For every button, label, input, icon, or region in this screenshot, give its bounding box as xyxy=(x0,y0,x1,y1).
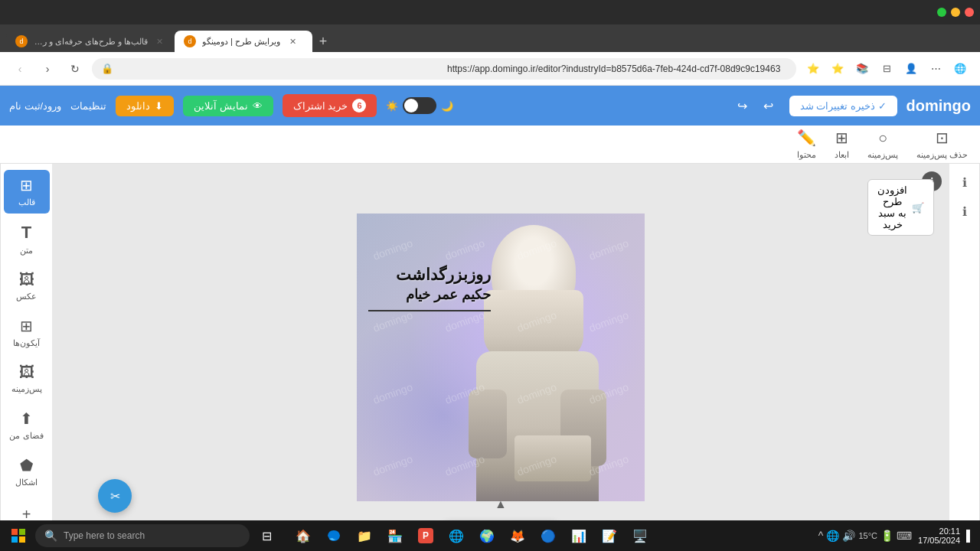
tool-dimensions[interactable]: ⊞ ابعاد xyxy=(835,129,849,160)
new-tab-button[interactable]: + xyxy=(312,31,334,52)
download-button[interactable]: ⬇ دانلود xyxy=(116,96,174,116)
delete-bg-icon: ⊡ xyxy=(936,129,949,147)
tray-network[interactable]: 🌐 xyxy=(826,530,839,542)
extensions-icon[interactable]: ⭐ xyxy=(802,58,824,80)
scroll-up-arrow[interactable]: ▲ xyxy=(495,497,507,511)
show-desktop-button[interactable]: ▌ xyxy=(966,530,974,542)
taskbar-search-bar[interactable]: 🔍 Type here to search xyxy=(35,524,250,547)
tab-close-templates[interactable]: ✕ xyxy=(154,35,165,47)
tab-icon-editor: d xyxy=(184,35,196,47)
tray-keyboard[interactable]: ⌨ xyxy=(897,530,912,542)
add-to-cart-button[interactable]: 🛒 افزودن طرح به سبد خرید xyxy=(867,179,934,236)
tab-label-templates: قالب‌ها و طرح‌های حرفه‌ای و رایگان xyxy=(34,37,148,47)
tab-icon-templates: d xyxy=(15,35,28,47)
logo-area: domingo xyxy=(906,97,971,115)
purchase-label: خرید اشتراک xyxy=(293,100,348,112)
undo-button[interactable]: ↩ xyxy=(757,94,780,117)
redo-button[interactable]: ↪ xyxy=(731,94,754,117)
design-canvas[interactable]: روزبزرگداشت حکیم عمر خیام domingo doming… xyxy=(357,214,645,501)
tray-chevron[interactable]: ^ xyxy=(818,530,824,542)
task-view-button[interactable]: ⊟ xyxy=(254,523,279,548)
statue-book xyxy=(514,435,591,481)
temperature-display: 15°C xyxy=(858,531,877,540)
content-icon: ✏️ xyxy=(797,129,816,147)
close-window-btn[interactable] xyxy=(965,8,974,17)
taskbar-clock[interactable]: 20:11 17/05/2024 xyxy=(918,527,960,545)
profile-icon[interactable]: 👤 xyxy=(900,58,922,80)
floating-action-icon: ✂ xyxy=(110,489,120,504)
editor-toolbar: ⊡ حذف پس‌زمینه ○ پس‌زمینه ⊞ ابعاد ✏️ محت… xyxy=(0,126,980,164)
shapes-icon: ⬟ xyxy=(20,456,33,474)
tool-delete-bg-label: حذف پس‌زمینه xyxy=(916,150,968,160)
design-text-overlay: روزبزرگداشت حکیم عمر خیام xyxy=(368,263,491,311)
tab-close-editor[interactable]: ✕ xyxy=(286,35,299,47)
left-sidebar: ℹ ℹ xyxy=(949,164,980,551)
taskbar-app-explorer[interactable]: 📁 xyxy=(351,522,378,549)
design-canvas-container[interactable]: روزبزرگداشت حکیم عمر خیام domingo doming… xyxy=(357,214,645,501)
address-bar[interactable]: 🔒 https://app.domingo.ir/editor?industry… xyxy=(92,58,796,80)
toggle-track[interactable] xyxy=(403,97,436,114)
toggle-knob xyxy=(404,99,418,112)
tray-battery[interactable]: 🔋 xyxy=(880,530,893,542)
sidebar-item-shapes[interactable]: ⬟ اشکال xyxy=(4,450,50,494)
taskbar-app-chrome[interactable]: 🌐 xyxy=(443,522,470,549)
more-options-icon[interactable]: ⋯ xyxy=(925,58,946,80)
left-sidebar-info-btn[interactable]: ℹ xyxy=(952,170,977,194)
main-area: ℹ ℹ ℹ 🛒 افزودن طرح به سبد خرید xyxy=(0,164,980,551)
taskbar-app-excel[interactable]: 📊 xyxy=(565,522,593,549)
start-button[interactable] xyxy=(6,523,31,548)
sidebar-item-icons[interactable]: ⊞ آیکون‌ها xyxy=(4,311,50,354)
floating-action-button[interactable]: ✂ xyxy=(98,479,132,513)
theme-toggle[interactable]: 🌙 ☀️ xyxy=(386,97,453,114)
window-controls[interactable] xyxy=(937,8,974,17)
tab-templates[interactable]: d قالب‌ها و طرح‌های حرفه‌ای و رایگان ✕ xyxy=(6,31,175,52)
maximize-window-btn[interactable] xyxy=(937,8,946,17)
settings-link[interactable]: تنظیمات xyxy=(70,100,106,112)
taskbar-app-device[interactable]: 🖥️ xyxy=(626,522,654,549)
purchase-subscription-button[interactable]: 6 خرید اشتراک xyxy=(283,94,377,117)
tool-delete-bg[interactable]: ⊡ حذف پس‌زمینه xyxy=(916,129,968,160)
taskbar-app-firefox[interactable]: 🦊 xyxy=(504,522,531,549)
sidebar-item-myspace[interactable]: ⬆ فضای من xyxy=(4,403,50,447)
tab-editor[interactable]: d ویرایش طرح | دومینگو ✕ xyxy=(175,31,312,52)
tray-volume[interactable]: 🔊 xyxy=(842,530,855,542)
sidebar-item-photo[interactable]: 🖼 عکس xyxy=(4,265,50,308)
photo-label: عکس xyxy=(16,292,37,302)
canvas-area: ℹ 🛒 افزودن طرح به سبد خرید xyxy=(52,164,949,551)
tool-content-label: محتوا xyxy=(797,150,816,160)
background-tool-icon: ○ xyxy=(878,129,887,147)
taskbar-app-internet[interactable]: 🌍 xyxy=(473,522,501,549)
sidebar-item-template[interactable]: ⊞ قالب xyxy=(4,170,50,214)
tool-content[interactable]: ✏️ محتوا xyxy=(797,129,816,160)
icons-label: آیکون‌ها xyxy=(13,338,40,348)
minimize-window-btn[interactable] xyxy=(951,8,960,17)
preview-online-button[interactable]: 👁 نمایش آنلاین xyxy=(183,96,273,116)
app-header: domingo ✓ ذخیره تغییرات شد ↩ ↪ 🌙 ☀️ 6 خر… xyxy=(0,86,980,126)
taskbar-app-red[interactable]: P xyxy=(412,522,439,549)
address-text: https://app.domingo.ir/editor?industryId… xyxy=(447,64,787,74)
taskbar-app-browser2[interactable]: 🔵 xyxy=(534,522,562,549)
taskbar-app-edge[interactable] xyxy=(320,522,348,549)
tool-background-label: پس‌زمینه xyxy=(867,150,898,160)
collections-icon[interactable]: 📚 xyxy=(851,58,873,80)
reload-button[interactable]: ↻ xyxy=(64,58,86,80)
template-icon: ⊞ xyxy=(20,176,33,194)
split-view-icon[interactable]: ⊟ xyxy=(876,58,897,80)
save-button[interactable]: ✓ ذخیره تغییرات شد xyxy=(789,96,897,116)
favorites-icon[interactable]: ⭐ xyxy=(827,58,848,80)
forward-button[interactable]: › xyxy=(37,58,58,80)
sidebar-item-background[interactable]: 🖼 پس‌زمینه xyxy=(4,357,50,400)
taskbar-app-word[interactable]: 📝 xyxy=(596,522,623,549)
design-title-line1: روزبزرگداشت xyxy=(368,263,491,285)
back-button[interactable]: ‹ xyxy=(9,58,31,80)
title-underline xyxy=(368,310,491,311)
login-link[interactable]: ورود/ثبت نام xyxy=(9,100,61,112)
tabs-bar: d قالب‌ها و طرح‌های حرفه‌ای و رایگان ✕ d… xyxy=(0,24,980,52)
add-cart-label: افزودن طرح به سبد خرید xyxy=(877,184,907,230)
sidebar-item-text[interactable]: T متن xyxy=(4,217,50,262)
taskbar-app-home[interactable]: 🏠 xyxy=(289,522,317,549)
tool-background[interactable]: ○ پس‌زمینه xyxy=(867,129,898,160)
left-sidebar-info2-btn[interactable]: ℹ xyxy=(952,199,977,223)
edge-icon[interactable]: 🌐 xyxy=(949,58,971,80)
taskbar-app-store[interactable]: 🏪 xyxy=(381,522,409,549)
